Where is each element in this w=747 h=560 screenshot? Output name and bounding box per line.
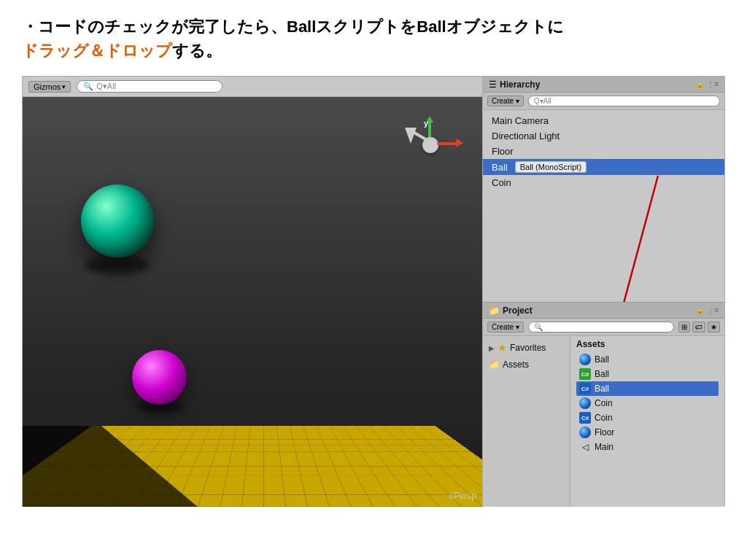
project-list-icon: 📁 [489,306,500,316]
title-prefix: ・コードのチェックが完了したら、BallスクリプトをBallオブジェクトに [22,18,564,36]
shadow-green-sphere [85,256,150,274]
magenta-sphere [132,350,187,405]
hierarchy-title: Hierarchy [500,79,540,90]
project-panel: 📁 Project 🔒 ⋮= Create ▾ 🔍 ⊞ 🏷 ★ [483,303,724,507]
hierarchy-item-directional-light[interactable]: Directional Light [483,128,724,144]
project-header: 📁 Project 🔒 ⋮= [483,303,724,319]
title-text: ・コードのチェックが完了したら、BallスクリプトをBallオブジェクトに ドラ… [22,15,725,63]
gizmo-widget: y x [402,119,460,170]
scene-search-bar[interactable]: 🔍 Q▾All [77,80,222,93]
project-view-buttons: ⊞ 🏷 ★ [678,322,720,332]
project-body: ▶ ★ Favorites 📁 Assets Assets [483,336,724,507]
main-scene-icon: ◁ [579,441,591,453]
project-icons-button[interactable]: ⊞ [678,322,690,332]
menu-icon: ⋮= [707,80,719,88]
project-star-button[interactable]: ★ [708,322,720,332]
project-menu-icon: ⋮= [707,306,719,314]
page-container: ・コードのチェックが完了したら、BallスクリプトをBallオブジェクトに ドラ… [0,0,747,560]
y-axis-label: y [424,119,428,128]
asset-coin-script[interactable]: C# Coin [576,411,719,425]
project-lock-icon: 🔒 [695,306,704,314]
hierarchy-create-button[interactable]: Create ▾ [487,96,524,106]
project-sidebar: ▶ ★ Favorites 📁 Assets [483,336,570,507]
asset-ball-sphere[interactable]: Ball [576,352,719,367]
main-content: Gizmos ▾ 🔍 Q▾All [22,76,725,506]
hierarchy-search[interactable]: Q▾All [528,96,720,106]
project-assets-list: Assets Ball C# Ball C# [570,336,724,507]
hierarchy-item-main-camera[interactable]: Main Camera [483,113,724,128]
scene-toolbar: Gizmos ▾ 🔍 Q▾All [23,77,482,97]
hierarchy-list-icon: ☰ [489,79,497,90]
gizmos-arrow-icon: ▾ [62,83,66,90]
title-suffix: する。 [172,42,222,60]
coin-script-icon: C# [579,412,591,424]
search-icon: 🔍 [83,82,93,91]
persp-label: ≤Persp [449,491,476,501]
hierarchy-list: Main Camera Directional Light Floor Ball… [483,110,724,302]
hierarchy-item-floor[interactable]: Floor [483,144,724,159]
z-axis-cone [405,128,417,144]
hierarchy-header: ☰ Hierarchy 🔒 ⋮= [483,77,724,93]
coin-sphere-icon [579,397,591,409]
project-title: Project [503,306,533,316]
search-icon: 🔍 [534,323,543,331]
assets-folder-icon: 📁 [489,359,500,370]
assets-heading: Assets [576,339,719,349]
asset-main-scene[interactable]: ◁ Main [576,440,719,454]
sidebar-item-assets[interactable]: 📁 Assets [483,357,570,373]
ball-script-green-icon: C# [579,368,591,380]
asset-coin-sphere[interactable]: Coin [576,396,719,411]
project-create-button[interactable]: Create ▾ [487,322,524,332]
floor-sphere-icon [579,427,591,438]
hierarchy-panel: ☰ Hierarchy 🔒 ⋮= Create ▾ Q▾All Main Cam [483,77,724,303]
lock-icon: 🔒 [695,80,704,88]
hierarchy-item-ball[interactable]: Ball Ball (MonoScript) [483,159,724,175]
svg-line-1 [607,176,658,302]
ball-script-blue-icon: C# [579,383,591,394]
right-panels: ☰ Hierarchy 🔒 ⋮= Create ▾ Q▾All Main Cam [482,77,724,507]
project-tag-button[interactable]: 🏷 [692,322,705,332]
ball-monoscript-tooltip: Ball (MonoScript) [515,161,587,173]
favorites-arrow: ▶ [489,344,495,352]
hierarchy-toolbar: Create ▾ Q▾All [483,93,724,110]
asset-ball-script-green[interactable]: C# Ball [576,367,719,381]
gizmos-button[interactable]: Gizmos ▾ [28,81,71,93]
title-highlight: ドラッグ＆ドロップ [22,42,172,60]
sidebar-item-favorites[interactable]: ▶ ★ Favorites [483,339,570,357]
x-axis-line [437,142,457,145]
hierarchy-item-coin[interactable]: Coin [483,175,724,190]
favorites-star-icon: ★ [498,342,507,354]
scene-view: Gizmos ▾ 🔍 Q▾All [23,77,482,507]
asset-floor[interactable]: Floor [576,425,719,440]
x-axis-label: x [456,137,460,146]
scene-3d: y x ≤Persp [23,97,482,507]
ball-sphere-icon [579,354,591,365]
green-sphere [81,184,154,257]
project-toolbar: Create ▾ 🔍 ⊞ 🏷 ★ [483,319,724,336]
asset-ball-script-blue[interactable]: C# Ball [576,381,719,396]
project-search[interactable]: 🔍 [528,322,674,332]
